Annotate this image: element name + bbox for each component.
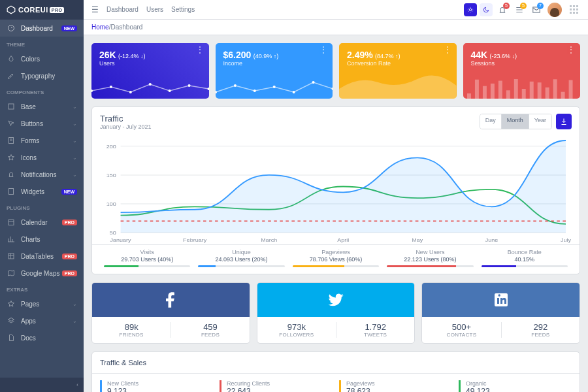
svg-text:January: January bbox=[110, 237, 132, 242]
sidebar-item-label: Base bbox=[21, 103, 36, 110]
speedometer-icon bbox=[7, 24, 16, 33]
chevron-down-icon: ⌄ bbox=[73, 301, 77, 307]
social-stat-value: 292 bbox=[502, 322, 580, 332]
sidebar-item-label: Colors bbox=[21, 56, 40, 63]
metric-value: 24.093 Users (20%) bbox=[194, 256, 288, 263]
download-button[interactable] bbox=[556, 114, 572, 129]
range-year[interactable]: Year bbox=[529, 114, 551, 129]
svg-point-7 bbox=[469, 8, 471, 10]
calendar-icon bbox=[7, 218, 16, 227]
breadcrumb-home[interactable]: Home bbox=[91, 24, 109, 31]
svg-point-13 bbox=[169, 90, 171, 92]
menu-toggle-icon[interactable]: ☰ bbox=[91, 5, 99, 14]
svg-text:April: April bbox=[337, 237, 349, 242]
pro-badge: PRO bbox=[62, 253, 77, 259]
svg-point-9 bbox=[91, 90, 93, 92]
map-icon bbox=[7, 269, 16, 278]
brand-logo[interactable]: COREUI PRO bbox=[0, 0, 84, 20]
range-segmented: Day Month Year bbox=[480, 114, 552, 129]
metric-label: New Users bbox=[383, 249, 477, 255]
sidebar-item-google-maps[interactable]: Google MapsPRO bbox=[0, 265, 84, 282]
messages-mail-icon[interactable]: 7 bbox=[529, 3, 544, 17]
theme-light-button[interactable] bbox=[464, 3, 477, 16]
more-dots-icon[interactable]: ⋮ bbox=[319, 48, 327, 51]
more-dots-icon[interactable]: ⋮ bbox=[196, 48, 204, 51]
sidebar-item-colors[interactable]: Colors bbox=[0, 50, 84, 67]
range-day[interactable]: Day bbox=[480, 114, 501, 129]
more-dots-icon[interactable]: ⋮ bbox=[567, 48, 575, 51]
topnav-dashboard[interactable]: Dashboard bbox=[106, 6, 139, 13]
sidebar-item-base[interactable]: Base⌄ bbox=[0, 98, 84, 115]
svg-marker-0 bbox=[7, 6, 15, 14]
topnav-users[interactable]: Users bbox=[146, 6, 163, 13]
sidebar-item-forms[interactable]: Forms⌄ bbox=[0, 132, 84, 149]
pencil-icon bbox=[7, 71, 16, 80]
svg-rect-28 bbox=[506, 90, 510, 99]
tasks-list-icon[interactable]: 5 bbox=[512, 3, 527, 17]
stat-delta: (84.7% ↑) bbox=[375, 53, 400, 59]
svg-rect-34 bbox=[553, 79, 557, 99]
stat-delta: (-23.6% ↓) bbox=[490, 53, 517, 59]
new-badge: NEW bbox=[61, 189, 77, 195]
social-twitter-card: 973kFOLLOWERS 1.792TWEETS bbox=[257, 282, 416, 344]
badge-count: 5 bbox=[520, 3, 527, 9]
stat-label: Income bbox=[223, 60, 325, 67]
metric-value: 22.123 Users (80%) bbox=[383, 256, 477, 263]
twitter-icon[interactable] bbox=[257, 283, 415, 317]
chart-icon bbox=[7, 235, 16, 244]
chevron-down-icon: ⌄ bbox=[73, 318, 77, 324]
sidebar-item-pages[interactable]: Pages⌄ bbox=[0, 295, 84, 312]
sidebar-item-calendar[interactable]: CalendarPRO bbox=[0, 214, 84, 231]
svg-text:July: July bbox=[561, 237, 572, 242]
svg-point-20 bbox=[292, 91, 295, 93]
metric-value: 78.706 Views (60%) bbox=[289, 256, 383, 263]
sidebar-item-label: Icons bbox=[21, 154, 37, 161]
theme-dark-button[interactable] bbox=[480, 3, 493, 16]
metric-label: Unique bbox=[194, 249, 288, 255]
facebook-icon[interactable] bbox=[92, 283, 250, 317]
user-avatar[interactable] bbox=[547, 3, 562, 17]
sidebar-item-typography[interactable]: Typography bbox=[0, 67, 84, 84]
notifications-bell-icon[interactable]: 5 bbox=[495, 3, 510, 17]
social-stat-label: TWEETS bbox=[336, 332, 414, 338]
ts-title: Traffic & Sales bbox=[100, 359, 146, 367]
metric-label: Visits bbox=[100, 249, 194, 255]
social-stat-label: FEEDS bbox=[502, 332, 580, 338]
traffic-chart: 50100150200JanuaryFebruaryMarchAprilMayJ… bbox=[100, 137, 572, 244]
more-dots-icon[interactable]: ⋮ bbox=[444, 48, 451, 51]
sidebar-item-label: Apps bbox=[21, 318, 36, 325]
sidebar-item-datatables[interactable]: DataTablesPRO bbox=[0, 248, 84, 265]
ts-value: 78,623 bbox=[346, 387, 452, 392]
sidebar-item-label: Charts bbox=[21, 236, 40, 243]
social-facebook-card: 89kFRIENDS 459FEEDS bbox=[91, 282, 250, 344]
brand-pro-badge: PRO bbox=[50, 7, 65, 13]
sidebar-item-docs[interactable]: Docs bbox=[0, 329, 84, 346]
sidebar-collapse[interactable]: ‹ bbox=[0, 378, 84, 392]
svg-text:100: 100 bbox=[106, 201, 116, 206]
sidebar-item-apps[interactable]: Apps⌄ bbox=[0, 312, 84, 329]
range-month[interactable]: Month bbox=[501, 114, 529, 129]
sidebar-item-notifications[interactable]: Notifications⌄ bbox=[0, 166, 84, 183]
apps-grid-icon[interactable] bbox=[567, 3, 580, 16]
chevron-down-icon: ⌄ bbox=[73, 138, 77, 144]
linkedin-icon[interactable] bbox=[422, 283, 580, 317]
stat-value: 26K bbox=[99, 50, 116, 60]
sidebar-item-label: Typography bbox=[21, 73, 55, 80]
topnav-settings[interactable]: Settings bbox=[171, 6, 195, 13]
sidebar-item-buttons[interactable]: Buttons⌄ bbox=[0, 115, 84, 132]
metric-bounce-rate: Bounce Rate 40.15% bbox=[478, 249, 572, 267]
sidebar-item-icons[interactable]: Icons⌄ bbox=[0, 149, 84, 166]
sidebar-item-widgets[interactable]: WidgetsNEW bbox=[0, 183, 84, 200]
cursor-icon bbox=[7, 119, 16, 128]
svg-rect-29 bbox=[514, 79, 517, 99]
sidebar-item-charts[interactable]: Charts bbox=[0, 231, 84, 248]
traffic-card: Traffic January - July 2021 Day Month Ye… bbox=[91, 106, 580, 274]
svg-text:February: February bbox=[183, 237, 207, 242]
svg-point-17 bbox=[233, 84, 236, 87]
social-stat-value: 459 bbox=[171, 322, 249, 332]
social-stat-value: 1.792 bbox=[336, 322, 414, 332]
nav-title-plugins: PLUGINS bbox=[0, 200, 84, 214]
sidebar-item-dashboard[interactable]: Dashboard NEW bbox=[0, 20, 84, 37]
svg-rect-35 bbox=[561, 92, 564, 99]
social-stat-value: 500+ bbox=[422, 322, 500, 332]
